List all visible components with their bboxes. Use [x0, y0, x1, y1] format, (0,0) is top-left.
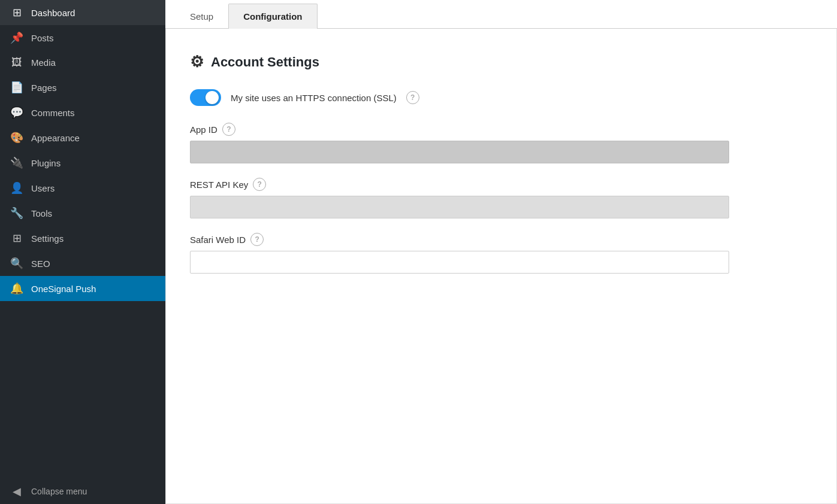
sidebar-item-pages[interactable]: 📄Pages [0, 75, 165, 100]
sidebar-item-media[interactable]: 🖼Media [0, 50, 165, 75]
sidebar-item-plugins[interactable]: 🔌Plugins [0, 150, 165, 175]
media-icon: 🖼 [10, 56, 24, 69]
field-label-text-safari-web-id: Safari Web ID [190, 235, 246, 245]
sidebar-item-label-posts: Posts [31, 33, 54, 43]
https-toggle[interactable] [190, 89, 221, 106]
field-label-app-id: App ID? [190, 123, 812, 136]
posts-icon: 📌 [10, 31, 24, 44]
sidebar-item-posts[interactable]: 📌Posts [0, 25, 165, 50]
field-label-text-app-id: App ID [190, 125, 217, 135]
sidebar-item-label-plugins: Plugins [31, 158, 61, 168]
field-label-text-rest-api-key: REST API Key [190, 180, 248, 190]
sidebar-item-tools[interactable]: 🔧Tools [0, 201, 165, 226]
sidebar-item-appearance[interactable]: 🎨Appearance [0, 125, 165, 150]
field-group-app-id: App ID? [190, 123, 812, 163]
sidebar-item-label-onesignal: OneSignal Push [31, 284, 96, 294]
sidebar-item-onesignal[interactable]: 🔔OneSignal Push [0, 276, 165, 301]
pages-icon: 📄 [10, 81, 24, 94]
field-label-safari-web-id: Safari Web ID? [190, 233, 812, 246]
sidebar-item-comments[interactable]: 💬Comments [0, 100, 165, 125]
appearance-icon: 🎨 [10, 131, 24, 144]
app-id-input[interactable] [190, 141, 729, 163]
tab-setup[interactable]: Setup [175, 4, 228, 29]
sidebar: ⊞Dashboard📌Posts🖼Media📄Pages💬Comments🎨Ap… [0, 0, 165, 504]
main-content: SetupConfiguration ⚙ Account Settings My… [165, 0, 837, 504]
https-toggle-row: My site uses an HTTPS connection (SSL) ? [190, 89, 812, 106]
onesignal-icon: 🔔 [10, 282, 24, 295]
gear-icon: ⚙ [190, 53, 204, 71]
sidebar-item-label-comments: Comments [31, 108, 75, 118]
safari-web-id-help-badge[interactable]: ? [250, 233, 264, 246]
toggle-thumb [206, 91, 219, 104]
collapse-label: Collapse menu [31, 487, 87, 496]
seo-icon: 🔍 [10, 257, 24, 270]
rest-api-key-input[interactable] [190, 196, 729, 218]
sidebar-item-settings[interactable]: ⊞Settings [0, 226, 165, 251]
sidebar-item-label-pages: Pages [31, 83, 57, 93]
tools-icon: 🔧 [10, 207, 24, 220]
comments-icon: 💬 [10, 106, 24, 119]
sidebar-item-label-seo: SEO [31, 259, 50, 269]
sidebar-item-label-tools: Tools [31, 208, 52, 218]
tabs-bar: SetupConfiguration [165, 0, 837, 29]
sidebar-item-label-dashboard: Dashboard [31, 8, 75, 18]
users-icon: 👤 [10, 181, 24, 195]
sidebar-item-label-appearance: Appearance [31, 133, 80, 143]
sidebar-item-label-settings: Settings [31, 233, 64, 244]
plugins-icon: 🔌 [10, 156, 24, 169]
https-help-badge[interactable]: ? [406, 91, 419, 104]
field-group-safari-web-id: Safari Web ID? [190, 233, 812, 274]
sidebar-item-label-users: Users [31, 183, 55, 193]
sidebar-item-seo[interactable]: 🔍SEO [0, 251, 165, 276]
app-id-help-badge[interactable]: ? [222, 123, 235, 136]
sidebar-item-users[interactable]: 👤Users [0, 175, 165, 201]
sidebar-item-dashboard[interactable]: ⊞Dashboard [0, 0, 165, 25]
section-header: ⚙ Account Settings [190, 53, 812, 71]
tab-configuration[interactable]: Configuration [228, 4, 317, 29]
collapse-icon: ◀ [10, 485, 24, 498]
field-group-rest-api-key: REST API Key? [190, 178, 812, 218]
field-label-rest-api-key: REST API Key? [190, 178, 812, 191]
settings-icon: ⊞ [10, 232, 24, 245]
rest-api-key-help-badge[interactable]: ? [253, 178, 266, 191]
section-title-text: Account Settings [211, 54, 319, 70]
safari-web-id-input[interactable] [190, 251, 729, 274]
sidebar-collapse[interactable]: ◀ Collapse menu [0, 479, 165, 504]
content-area: ⚙ Account Settings My site uses an HTTPS… [165, 29, 837, 504]
dashboard-icon: ⊞ [10, 6, 24, 19]
sidebar-item-label-media: Media [31, 57, 56, 68]
https-toggle-label: My site uses an HTTPS connection (SSL) [231, 93, 397, 103]
toggle-track [190, 89, 221, 106]
